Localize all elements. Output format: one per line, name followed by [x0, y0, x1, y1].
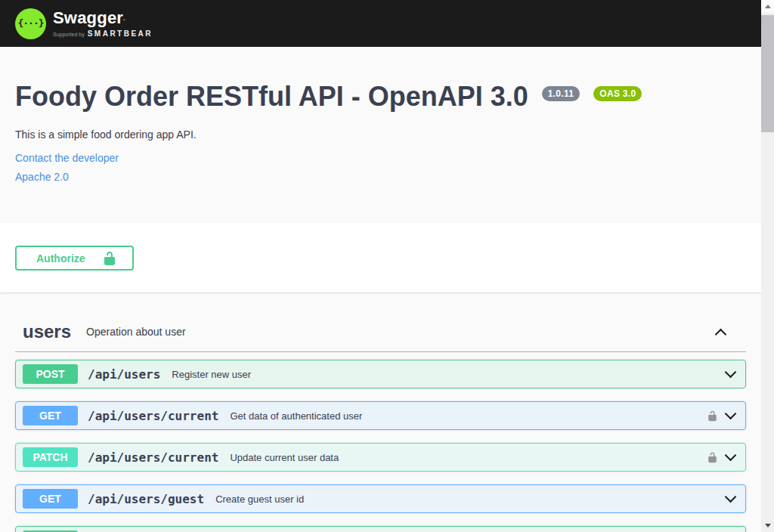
- triangle-down-icon: [765, 524, 771, 527]
- swagger-logo-icon: {···}: [15, 8, 46, 39]
- operations-list: POST /api/users Register new user GET /a…: [15, 360, 746, 532]
- operation-summary: Update current user data: [230, 452, 339, 463]
- tag-description: Operation about user: [86, 326, 186, 338]
- scrollbar-thumb[interactable]: [761, 15, 774, 132]
- operation-path: /api/users: [88, 367, 160, 382]
- method-badge: PATCH: [23, 447, 78, 467]
- operation-summary: Get data of authenticated user: [230, 410, 362, 422]
- api-description: This is a simple food ordering app API.: [15, 128, 746, 141]
- logo-text: Swagger. Supported by SMARTBEAR: [53, 9, 153, 37]
- chevron-down-icon[interactable]: [725, 407, 737, 419]
- scroll-up-button[interactable]: [761, 0, 774, 13]
- api-title-text: Foody Order RESTful API - OpenAPI 3.0: [15, 81, 528, 112]
- lock-icon[interactable]: [707, 410, 718, 422]
- main-content: Foody Order RESTful API - OpenAPI 3.0 1.…: [0, 47, 761, 532]
- logo-wordmark: Swagger.: [53, 9, 153, 27]
- operation-path: /api/users/guest: [88, 492, 204, 506]
- operation-path: /api/users/current: [88, 409, 218, 423]
- triangle-up-icon: [765, 5, 771, 8]
- users-tag-section: users Operation about user POST /api/use…: [0, 323, 761, 532]
- auth-wrapper: Authorize: [0, 246, 761, 271]
- method-badge: POST: [23, 364, 78, 384]
- license-link[interactable]: Apache 2.0: [15, 171, 746, 183]
- tag-header-users[interactable]: users Operation about user: [15, 323, 746, 352]
- operation-row[interactable]: POST /api/users Register new user: [15, 360, 746, 388]
- page-title: Foody Order RESTful API - OpenAPI 3.0 1.…: [15, 80, 746, 113]
- logo-subtitle: Supported by SMARTBEAR: [53, 29, 153, 38]
- scheme-container: Authorize: [0, 223, 761, 292]
- operation-controls: [707, 410, 735, 422]
- collapse-users-button[interactable]: [717, 328, 725, 336]
- operation-controls: [726, 370, 735, 379]
- chevron-up-icon: [715, 328, 727, 340]
- authorize-button[interactable]: Authorize: [15, 246, 134, 271]
- operation-row[interactable]: GET /api/users/guest Create guest user i…: [15, 484, 746, 513]
- lock-icon[interactable]: [707, 451, 718, 464]
- swagger-logo-link[interactable]: {···} Swagger. Supported by SMARTBEAR: [15, 8, 153, 39]
- swagger-ui-page: {···} Swagger. Supported by SMARTBEAR Fo…: [0, 0, 761, 532]
- scroll-down-button[interactable]: [761, 519, 774, 532]
- version-badge: 1.0.11: [542, 86, 580, 101]
- chevron-down-icon[interactable]: [725, 366, 737, 378]
- vertical-scrollbar[interactable]: [761, 0, 774, 532]
- operation-row[interactable]: GET /api/users/current Get data of authe…: [15, 401, 746, 430]
- chevron-down-icon[interactable]: [725, 490, 737, 503]
- operation-row[interactable]: POST: [15, 526, 746, 532]
- operation-path: /api/users/current: [88, 450, 218, 465]
- braces-glyph: {···}: [17, 17, 43, 29]
- operation-summary: Register new user: [172, 369, 251, 380]
- smartbear-brand: SMARTBEAR: [88, 29, 153, 38]
- contact-developer-link[interactable]: Contact the developer: [15, 152, 746, 164]
- operation-controls: [726, 495, 735, 503]
- operation-row[interactable]: PATCH /api/users/current Update current …: [15, 443, 746, 472]
- operation-controls: [707, 451, 735, 464]
- supported-by-label: Supported by: [53, 32, 85, 37]
- method-badge: GET: [23, 406, 78, 425]
- operation-summary: Create guest user id: [215, 493, 304, 505]
- tag-name: users: [23, 323, 71, 341]
- authorize-label: Authorize: [36, 252, 85, 264]
- unlock-icon: [102, 251, 117, 266]
- chevron-down-icon[interactable]: [725, 449, 737, 461]
- oas-badge: OAS 3.0: [593, 86, 642, 101]
- topbar: {···} Swagger. Supported by SMARTBEAR: [0, 0, 761, 47]
- trademark-dot: .: [123, 15, 125, 23]
- api-info-section: Foody Order RESTful API - OpenAPI 3.0 1.…: [0, 47, 761, 223]
- method-badge: GET: [23, 489, 78, 509]
